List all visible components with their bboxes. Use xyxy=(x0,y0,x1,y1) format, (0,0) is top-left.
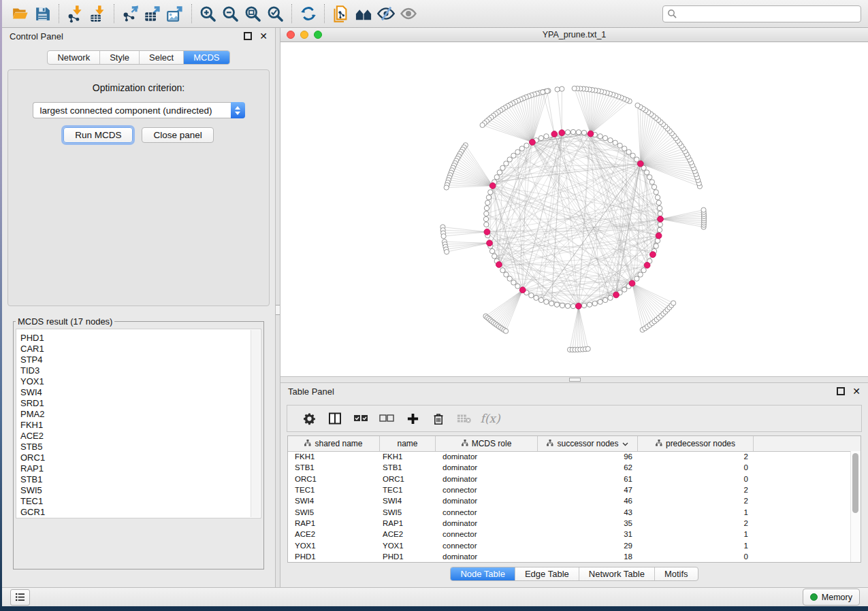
cell-name[interactable]: RAP1 xyxy=(380,519,436,527)
cell-predecessor-nodes[interactable]: 0 xyxy=(638,552,754,561)
cell-successor-nodes[interactable]: 29 xyxy=(538,542,638,550)
cell-mcds-role[interactable]: connector xyxy=(436,530,538,538)
cell-shared-name[interactable]: STB1 xyxy=(288,463,380,472)
add-column-button[interactable] xyxy=(400,407,425,430)
run-mcds-button[interactable]: Run MCDS xyxy=(63,127,133,143)
table-scrollbar[interactable] xyxy=(850,451,861,562)
graph-leaf-node[interactable] xyxy=(585,346,590,351)
graph-node[interactable] xyxy=(570,129,575,134)
mcds-result-item[interactable]: STB1 xyxy=(20,474,261,485)
graph-leaf-node[interactable] xyxy=(445,250,449,254)
graph-node[interactable] xyxy=(658,211,662,216)
refresh-layout-button[interactable] xyxy=(297,3,319,24)
cell-mcds-role[interactable]: dominator xyxy=(436,497,538,505)
graph-node[interactable] xyxy=(488,190,493,195)
graph-node[interactable] xyxy=(608,138,613,143)
graph-leaf-node[interactable] xyxy=(480,122,485,127)
graph-hub-node[interactable] xyxy=(519,287,526,293)
graph-node[interactable] xyxy=(658,222,662,227)
mcds-list-scrollbar[interactable] xyxy=(251,330,260,517)
select-all-rows-button[interactable] xyxy=(348,407,374,430)
graph-node[interactable] xyxy=(549,301,554,306)
graph-node[interactable] xyxy=(598,299,602,304)
graph-leaf-node[interactable] xyxy=(671,301,676,306)
task-history-button[interactable] xyxy=(10,589,30,606)
graph-node[interactable] xyxy=(515,150,520,154)
graph-node[interactable] xyxy=(484,205,489,210)
network-window-titlebar[interactable]: YPA_prune.txt_1 xyxy=(280,28,868,42)
export-network-button[interactable] xyxy=(119,3,142,24)
graph-leaf-node[interactable] xyxy=(560,86,564,91)
cell-predecessor-nodes[interactable]: 2 xyxy=(638,519,754,527)
graph-node[interactable] xyxy=(592,301,597,306)
table-row[interactable]: ORC1ORC1dominator610 xyxy=(288,474,850,484)
table-scrollbar-thumb[interactable] xyxy=(852,453,858,513)
cell-successor-nodes[interactable]: 43 xyxy=(538,508,638,516)
graph-hub-node[interactable] xyxy=(656,233,662,239)
graph-node[interactable] xyxy=(507,157,512,162)
cell-shared-name[interactable]: SWI4 xyxy=(288,497,380,505)
cell-name[interactable]: ACE2 xyxy=(380,530,436,538)
graph-leaf-node[interactable] xyxy=(701,208,706,212)
graph-leaf-node[interactable] xyxy=(555,87,560,92)
graph-node[interactable] xyxy=(507,276,512,281)
mcds-result-item[interactable]: TEC1 xyxy=(20,496,261,507)
graph-node[interactable] xyxy=(489,248,494,253)
zoom-fit-button[interactable] xyxy=(242,3,264,24)
column-header-name[interactable]: name xyxy=(380,436,436,451)
graph-hub-node[interactable] xyxy=(530,139,536,146)
export-image-button[interactable] xyxy=(164,3,187,24)
criterion-dropdown[interactable]: largest connected component (undirected) xyxy=(33,102,245,118)
cell-name[interactable]: SWI4 xyxy=(380,497,436,505)
delete-table-button[interactable] xyxy=(451,407,477,430)
graph-node[interactable] xyxy=(560,303,564,308)
table-tab-motifs[interactable]: Motifs xyxy=(655,567,698,580)
column-header-shared-name[interactable]: shared name xyxy=(288,436,380,451)
graph-node[interactable] xyxy=(497,170,502,175)
graph-node[interactable] xyxy=(644,170,649,175)
graph-node[interactable] xyxy=(565,303,570,308)
graph-node[interactable] xyxy=(484,222,489,227)
graph-node[interactable] xyxy=(641,268,646,273)
table-tab-node-table[interactable]: Node Table xyxy=(451,567,515,580)
deselect-all-rows-button[interactable] xyxy=(374,407,400,430)
graph-node[interactable] xyxy=(581,130,586,135)
export-table-button[interactable] xyxy=(142,3,164,24)
mcds-result-item[interactable]: SRD1 xyxy=(20,398,261,409)
graph-node[interactable] xyxy=(494,175,499,180)
table-row[interactable]: FKH1FKH1dominator962 xyxy=(288,451,850,462)
graph-node[interactable] xyxy=(485,200,490,205)
mcds-result-item[interactable]: SWI5 xyxy=(20,485,261,496)
column-header-successor-nodes[interactable]: successor nodes xyxy=(538,436,638,451)
import-table-button[interactable] xyxy=(86,3,109,24)
graph-node[interactable] xyxy=(657,205,662,210)
cell-name[interactable]: YOX1 xyxy=(380,542,436,550)
table-tab-network-table[interactable]: Network Table xyxy=(579,567,655,580)
close-panel-button[interactable]: ✕ xyxy=(852,388,861,395)
horizontal-splitter[interactable] xyxy=(280,376,868,383)
graph-node[interactable] xyxy=(581,303,586,308)
vertical-splitter[interactable] xyxy=(275,28,280,587)
graph-node[interactable] xyxy=(511,153,516,158)
graph-node[interactable] xyxy=(647,175,652,180)
graph-node[interactable] xyxy=(515,284,520,288)
mcds-result-item[interactable]: STB5 xyxy=(20,442,261,452)
tab-select[interactable]: Select xyxy=(140,51,184,64)
window-close-icon[interactable] xyxy=(287,31,295,39)
graph-node[interactable] xyxy=(565,130,570,135)
graph-node[interactable] xyxy=(529,293,534,298)
graph-hub-node[interactable] xyxy=(484,229,490,235)
import-network-button[interactable] xyxy=(64,3,86,24)
graph-node[interactable] xyxy=(654,190,658,195)
graph-node[interactable] xyxy=(587,302,592,307)
mcds-result-item[interactable]: PHD1 xyxy=(20,333,261,344)
graph-node[interactable] xyxy=(656,200,661,205)
save-session-button[interactable] xyxy=(31,3,54,24)
cell-mcds-role[interactable]: dominator xyxy=(436,552,538,561)
mcds-result-item[interactable]: YOX1 xyxy=(20,376,261,387)
splitter-grip[interactable] xyxy=(569,378,581,382)
window-minimize-icon[interactable] xyxy=(300,31,308,39)
cell-predecessor-nodes[interactable]: 0 xyxy=(638,475,754,483)
graph-leaf-node[interactable] xyxy=(504,329,509,333)
function-builder-button[interactable]: f(x) xyxy=(477,407,503,430)
